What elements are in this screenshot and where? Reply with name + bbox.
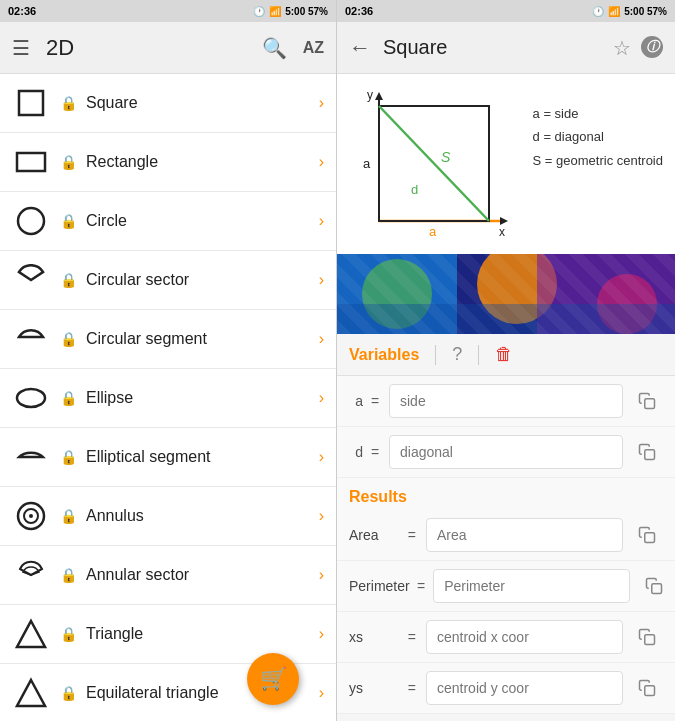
help-icon[interactable]: ? [452,344,462,365]
lock-icon: 🔒 [60,685,76,701]
menu-icon[interactable]: ☰ [12,36,30,60]
lock-icon: 🔒 [60,331,76,347]
circle-icon [12,202,50,240]
annular-sector-icon [12,556,50,594]
shape-name: Elliptical segment [86,448,309,466]
svg-text:S: S [441,149,451,165]
input-field-d[interactable] [389,435,623,469]
svg-rect-0 [19,91,43,115]
chevron-icon: › [319,684,324,702]
svg-marker-10 [17,680,45,706]
list-item[interactable]: 🔒 Ellipse › [0,369,336,428]
svg-text:y: y [367,88,373,102]
input-row-d: d = [337,427,675,478]
svg-point-30 [477,254,557,324]
result-field-area[interactable] [426,518,623,552]
equilateral-triangle-icon [12,674,50,712]
search-icon[interactable]: 🔍 [262,36,287,60]
list-item[interactable]: 🔒 Rectangle › [0,133,336,192]
result-row-perimeter: Perimeter = [337,561,675,612]
result-row-ys: ys = [337,663,675,714]
svg-rect-36 [645,533,655,543]
shape-name: Rectangle [86,153,309,171]
info-icon[interactable]: ⓘ [641,36,663,58]
triangle-icon [12,615,50,653]
copy-button-area[interactable] [631,519,663,551]
chevron-icon: › [319,389,324,407]
favorite-icon[interactable]: ☆ [613,36,631,60]
list-item[interactable]: 🔒 Square › [0,74,336,133]
input-label-d: d [349,444,363,460]
svg-point-32 [597,274,657,334]
svg-point-4 [17,389,45,407]
svg-text:d: d [411,182,418,197]
cart-fab-button[interactable]: 🛒 [247,653,299,705]
chevron-icon: › [319,153,324,171]
svg-marker-9 [17,621,45,647]
result-row-area: Area = [337,510,675,561]
svg-rect-31 [537,254,675,334]
svg-rect-39 [645,686,655,696]
square-icon [12,84,50,122]
result-field-xs[interactable] [426,620,623,654]
ellipse-icon [12,379,50,417]
list-item[interactable]: 🔒 Triangle › [0,605,336,664]
list-item[interactable]: 🔒 Elliptical segment › [0,428,336,487]
svg-rect-35 [645,450,655,460]
delete-variables-icon[interactable]: 🗑 [495,344,513,365]
chevron-icon: › [319,566,324,584]
results-header: Results [337,478,675,510]
shape-name: Annular sector [86,566,309,584]
result-label-area: Area [349,527,400,543]
shape-name: Ellipse [86,389,309,407]
svg-text:a: a [363,156,371,171]
lock-icon: 🔒 [60,95,76,111]
input-label-a: a [349,393,363,409]
list-item[interactable]: 🔒 Annular sector › [0,546,336,605]
svg-rect-28 [337,254,457,334]
shape-list: 🔒 Square › 🔒 Rectangle › 🔒 Circle › [0,74,336,721]
result-field-ys[interactable] [426,671,623,705]
elliptical-segment-icon [12,438,50,476]
divider [478,345,479,365]
right-panel: 02:36 🕐 📶 5:00 57% ← Square ☆ ⓘ [337,0,675,721]
result-field-perimeter[interactable] [433,569,630,603]
right-header-icons: ☆ ⓘ [613,36,663,60]
shape-name: Circular sector [86,271,309,289]
chevron-icon: › [319,507,324,525]
back-button[interactable]: ← [349,35,371,61]
circular-segment-icon [12,320,50,358]
svg-marker-19 [375,92,383,100]
left-panel: 02:36 🕐 📶 5:00 57% ☰ 2D 🔍 AZ 🔒 Square › [0,0,337,721]
equals-sign: = [408,680,418,696]
list-item[interactable]: 🔒 Circular segment › [0,310,336,369]
lock-icon: 🔒 [60,449,76,465]
input-field-a[interactable] [389,384,623,418]
list-item[interactable]: 🔒 Annulus › [0,487,336,546]
sort-icon[interactable]: AZ [303,39,324,57]
left-time: 02:36 [8,5,36,17]
circular-sector-icon [12,261,50,299]
copy-button-d[interactable] [631,436,663,468]
chevron-icon: › [319,271,324,289]
list-item[interactable]: 🔒 Circle › [0,192,336,251]
lock-icon: 🔒 [60,213,76,229]
lock-icon: 🔒 [60,508,76,524]
variables-label: Variables [349,346,419,364]
lock-icon: 🔒 [60,567,76,583]
lock-icon: 🔒 [60,272,76,288]
copy-button-xs[interactable] [631,621,663,653]
shape-name: Circular segment [86,330,309,348]
results-label: Results [349,488,407,505]
equals-sign: = [408,527,418,543]
copy-button-a[interactable] [631,385,663,417]
copy-button-ys[interactable] [631,672,663,704]
list-item[interactable]: 🔒 Circular sector › [0,251,336,310]
left-panel-title: 2D [46,35,246,61]
result-label-perimeter: Perimeter [349,578,409,594]
shape-name: Annulus [86,507,309,525]
equals-sign: = [371,444,381,460]
copy-button-perimeter[interactable] [638,570,670,602]
variables-header: Variables ? 🗑 [337,334,675,376]
lock-icon: 🔒 [60,626,76,642]
